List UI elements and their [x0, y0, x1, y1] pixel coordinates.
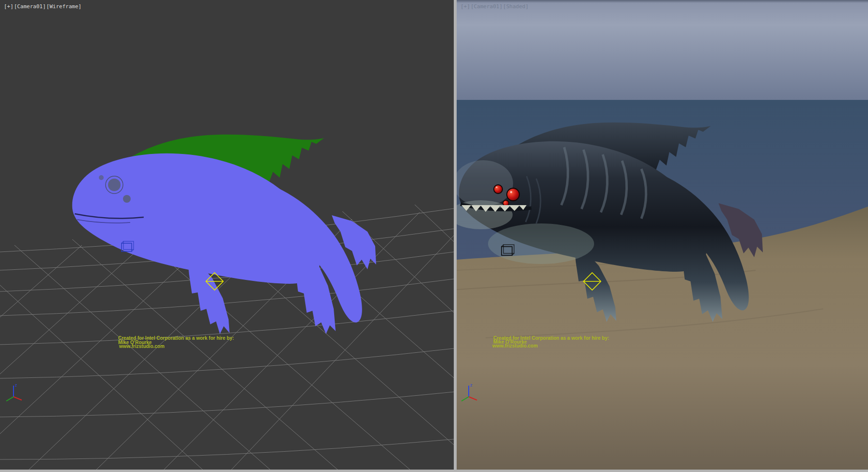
viewport-menu-shading[interactable]: [Wireframe] [46, 3, 81, 10]
viewport-label-right: [+][Camera01][Shaded] [461, 4, 529, 10]
fish-spot [99, 175, 104, 180]
wireframe-scene: Created for Intel Corporation as a work … [0, 0, 454, 470]
dual-viewport-stage: Created for Intel Corporation as a work … [0, 0, 868, 472]
credit-line-3: www.frizstudio.com [119, 344, 164, 349]
viewport-menu-camera[interactable]: [Camera01] [14, 3, 46, 10]
fish-eye-spot [123, 195, 131, 203]
fish-eye-spot [108, 179, 121, 191]
viewport-label-left: [+][Camera01][Wireframe] [4, 4, 82, 10]
axis-z-label: z [470, 383, 473, 388]
viewport-menu-general[interactable]: [+] [461, 3, 470, 10]
viewport-menu-camera[interactable]: [Camera01] [471, 3, 502, 10]
viewport-wireframe[interactable]: Created for Intel Corporation as a work … [0, 0, 454, 470]
belly-highlight [488, 223, 594, 264]
viewport-shaded[interactable]: Created for Intel Corporation as a work … [457, 0, 868, 470]
viewport-menu-general[interactable]: [+] [4, 3, 14, 10]
viewport-menu-shading[interactable]: [Shaded] [503, 3, 529, 10]
sky [457, 0, 868, 100]
credit-line-3: www.frizstudio.com [492, 343, 538, 348]
shaded-scene: Created for Intel Corporation as a work … [457, 0, 868, 470]
axis-z-label: z [15, 383, 17, 388]
